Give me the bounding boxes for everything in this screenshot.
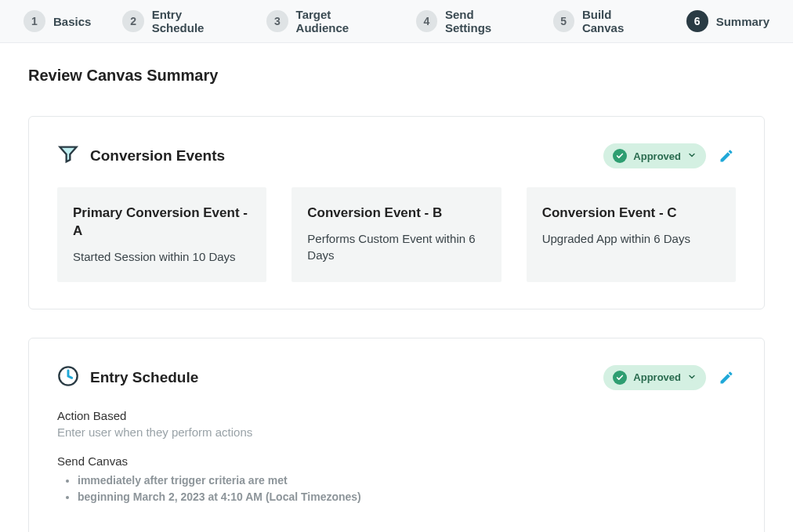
list-item: immediately after trigger criteria are m… [78, 472, 736, 489]
event-desc: Upgraded App within 6 Days [542, 230, 720, 247]
step-number: 6 [686, 10, 708, 32]
step-label: Target Audience [296, 8, 385, 34]
approved-badge[interactable]: Approved [603, 365, 706, 390]
card-title: Entry Schedule [90, 369, 198, 386]
badge-text: Approved [633, 150, 681, 162]
send-canvas-bullets: immediately after trigger criteria are m… [57, 472, 736, 505]
badge-text: Approved [633, 371, 681, 383]
step-label: Send Settings [445, 8, 522, 34]
funnel-icon [57, 143, 79, 168]
event-tile-b: Conversion Event - B Performs Custom Eve… [291, 187, 501, 282]
event-title: Conversion Event - C [542, 204, 720, 223]
step-number: 1 [24, 10, 45, 32]
approved-badge[interactable]: Approved [603, 143, 706, 168]
event-title: Primary Conversion Event - A [73, 204, 251, 241]
step-number: 5 [553, 10, 574, 32]
step-number: 2 [122, 10, 143, 32]
step-entry-schedule[interactable]: 2 Entry Schedule [122, 8, 235, 34]
card-title: Conversion Events [90, 147, 225, 165]
events-grid: Primary Conversion Event - A Started Ses… [57, 187, 736, 282]
card-actions: Approved [603, 365, 736, 390]
step-basics[interactable]: 1 Basics [24, 10, 91, 32]
step-number: 3 [266, 10, 288, 32]
step-label: Build Canvas [582, 8, 655, 34]
list-item: beginning March 2, 2023 at 4:10 AM (Loca… [78, 489, 736, 505]
edit-button[interactable] [717, 147, 736, 165]
check-icon [613, 149, 627, 163]
send-canvas-label: Send Canvas [57, 454, 736, 468]
step-send-settings[interactable]: 4 Send Settings [416, 8, 522, 34]
event-desc: Started Session within 10 Days [73, 248, 251, 265]
event-tile-a: Primary Conversion Event - A Started Ses… [57, 187, 266, 282]
step-target-audience[interactable]: 3 Target Audience [266, 8, 384, 34]
event-tile-c: Conversion Event - C Upgraded App within… [527, 187, 736, 282]
event-desc: Performs Custom Event within 6 Days [307, 230, 485, 263]
wizard-stepper: 1 Basics 2 Entry Schedule 3 Target Audie… [0, 0, 793, 43]
main-content: Review Canvas Summary Conversion Events … [0, 43, 793, 532]
schedule-type-desc: Enter user when they perform actions [57, 425, 736, 439]
card-actions: Approved [603, 143, 736, 168]
chevron-down-icon [687, 371, 697, 385]
page-title: Review Canvas Summary [28, 67, 765, 85]
step-build-canvas[interactable]: 5 Build Canvas [553, 8, 655, 34]
send-canvas-block: Send Canvas immediately after trigger cr… [57, 454, 736, 505]
card-header: Entry Schedule Approved [57, 365, 736, 390]
step-summary[interactable]: 6 Summary [686, 10, 769, 32]
step-label: Basics [53, 15, 91, 28]
schedule-type: Action Based Enter user when they perfor… [57, 409, 736, 439]
step-label: Summary [716, 15, 769, 28]
entry-schedule-card: Entry Schedule Approved Action Based [28, 338, 765, 532]
event-title: Conversion Event - B [307, 204, 485, 223]
conversion-events-card: Conversion Events Approved [28, 116, 765, 309]
card-title-wrap: Entry Schedule [57, 365, 198, 390]
chevron-down-icon [687, 149, 697, 163]
clock-icon [57, 365, 79, 390]
card-title-wrap: Conversion Events [57, 143, 225, 168]
edit-button[interactable] [717, 368, 736, 387]
step-number: 4 [416, 10, 437, 32]
check-icon [613, 371, 627, 385]
step-label: Entry Schedule [152, 8, 236, 34]
schedule-type-label: Action Based [57, 409, 736, 422]
card-header: Conversion Events Approved [57, 143, 736, 168]
